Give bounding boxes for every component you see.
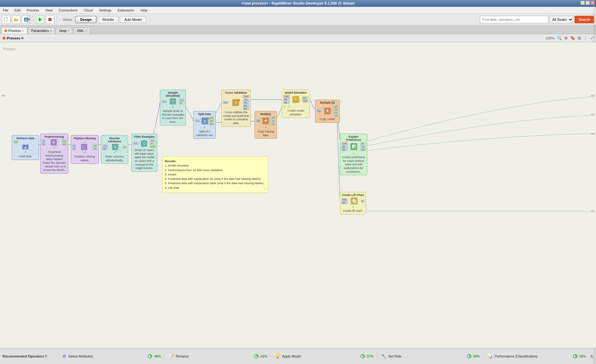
node-split-label: Split of a validation set.	[195, 130, 214, 137]
node-split-status: ✓	[195, 125, 214, 129]
rec-item-apply-model[interactable]: 💡 Apply Model 37%	[271, 353, 377, 360]
comment-text: Results: 1. Model simulator 2. Performan…	[165, 159, 265, 190]
node-reorder-status: ✓	[102, 150, 127, 154]
canvas-process-label: Process	[3, 47, 16, 51]
rec-performance-pct: 28%	[579, 354, 586, 358]
rec-rename-name: Rename	[176, 354, 252, 358]
node-retrieve-data-status: ✓	[13, 150, 38, 154]
node-cross-validation-label: Cross-validate the model and build final…	[223, 111, 249, 125]
bookmark-icon[interactable]: 🔖	[570, 36, 575, 40]
menu-view[interactable]: View	[43, 8, 54, 13]
new-button[interactable]	[2, 15, 11, 24]
node-create-lift-chart[interactable]: Create Lift Chart mod tes 📈 lif ✓ Create…	[340, 192, 366, 215]
node-reorder-attributes[interactable]: Reorder Attributes exa ref ⇅ ori ✓ Order…	[101, 135, 128, 164]
view-results[interactable]: Results	[98, 16, 119, 23]
rec-item-rename[interactable]: 📝 Rename 43%	[165, 353, 271, 360]
rec-set-role-pct-icon	[467, 354, 471, 358]
node-retrieve-data[interactable]: Retrieve Data out 💾 ✓ Load data.	[12, 135, 39, 160]
node-replace-missing[interactable]: Replace Missing ... in in ?→ out out ✓ R…	[71, 135, 99, 164]
svg-text:▽: ▽	[142, 141, 146, 146]
node-sample-title: Sample (Stratified)	[161, 91, 184, 97]
node-retrieve-data-label: Load data.	[13, 155, 38, 158]
menu-bar: File Edit Process View Connections Cloud…	[0, 7, 596, 14]
node-reorder-attributes-body: exa ref ⇅ ori	[102, 144, 127, 150]
node-preprocessing-label: All general preprocessing steps happen i…	[42, 150, 67, 172]
node-sample-stratified[interactable]: Sample (Stratified) exa ▽ exa ori ✓ Samp…	[160, 90, 186, 126]
view-design[interactable]: Design	[75, 16, 97, 23]
run-button[interactable]: ▼	[36, 15, 44, 24]
tabs-bar: Process × Parameters × Help × XML ×	[0, 25, 596, 34]
node-filter-examples[interactable]: Filter Examples exa ▽ exa ori unm Model …	[131, 134, 157, 172]
title-bar: <new process> - RapidMiner Studio Develo…	[0, 0, 596, 7]
zoom-fit-icon[interactable]: ⊕	[564, 36, 568, 40]
svg-text:?→: ?→	[82, 146, 86, 149]
zoom-in-icon[interactable]: 🔍	[557, 36, 562, 40]
minimize-btn[interactable]: −	[580, 1, 585, 5]
tab-xml-close[interactable]: ×	[85, 29, 87, 33]
menu-cloud[interactable]: Cloud	[82, 8, 94, 13]
menu-settings[interactable]: Settings	[97, 8, 113, 13]
breadcrumb: Process ▶	[2, 36, 24, 40]
search-input[interactable]	[480, 16, 548, 23]
rec-item-select-attributes[interactable]: ⚙ Select Attributes 46%	[58, 353, 165, 360]
node-explain-predictions-label: Create predictions for cases without val…	[341, 156, 366, 174]
recommended-expand-icon[interactable]: ∧	[590, 353, 594, 359]
node-model-simulator[interactable]: Model Simulator mod tra tes 💡 sim mod ✓ …	[282, 90, 310, 118]
node-multiply-2-body: inp ✦ out out out out	[317, 105, 338, 117]
rec-performance-name: Performance (Classification)	[495, 354, 571, 358]
rec-performance-pct-icon	[573, 354, 577, 358]
search-dropdown[interactable]: All Studio	[549, 16, 573, 23]
node-sample-body: exa ▽ exa ori	[161, 98, 184, 105]
tab-parameters[interactable]: Parameters ×	[28, 27, 56, 34]
node-model-simulator-title: Model Simulator	[283, 91, 308, 94]
node-filter-examples-label: Model on cases with label value, apply t…	[133, 149, 156, 170]
menu-edit[interactable]: Edit	[13, 8, 22, 13]
svg-text:⚙: ⚙	[52, 140, 55, 144]
node-multiply[interactable]: Multiply inp ✦ out out out ✓ Copy traini…	[255, 111, 277, 139]
search-button[interactable]: Search	[575, 16, 594, 23]
rec-rename-pct: 43%	[260, 354, 267, 358]
grid-icon[interactable]: ⋮	[584, 36, 588, 40]
stop-button[interactable]	[46, 15, 54, 24]
node-multiply-title: Multiply	[256, 113, 275, 116]
rec-select-attributes-pct-icon	[148, 354, 152, 358]
canvas-area[interactable]: Process inp res res res res	[0, 42, 596, 348]
view-automodel[interactable]: Auto Model	[120, 16, 147, 23]
zoom-label: 100%	[546, 36, 554, 40]
node-explain-predictions[interactable]: Explain Predictions mod tra tes 📊 vis ex…	[340, 134, 367, 175]
svg-rect-6	[48, 18, 52, 21]
save-button[interactable]: ▼	[22, 15, 30, 24]
comment-options-icon[interactable]: ···	[264, 187, 267, 191]
expand-icon[interactable]: ⤢	[590, 36, 594, 40]
tab-xml[interactable]: XML ×	[74, 27, 90, 34]
node-split-data[interactable]: Split Data exa ⧖ ⚠ par par par ✓ S	[193, 111, 216, 139]
node-cross-validation[interactable]: Cross Validation exa ✕ ⚠ mod exa tes per…	[221, 90, 251, 127]
node-multiply-label: Copy training data.	[256, 130, 275, 137]
node-preprocessing[interactable]: Preprocessing in in ⚙ out out ✓ All gene…	[40, 134, 68, 174]
node-preprocessing-status: ✓	[42, 146, 67, 150]
tab-help-close[interactable]: ×	[68, 29, 70, 33]
tab-process-close[interactable]: ×	[22, 29, 24, 33]
menu-file[interactable]: File	[1, 8, 10, 13]
svg-text:⧖: ⧖	[204, 119, 206, 123]
tab-help[interactable]: Help ×	[56, 27, 73, 34]
maximize-btn[interactable]: □	[585, 1, 590, 5]
snap-icon[interactable]: ⊞	[578, 36, 581, 40]
node-multiply-2-title: Multiply (2)	[317, 101, 338, 104]
breadcrumb-arrow: ▶	[21, 36, 24, 40]
inp-port-label: inp	[1, 94, 5, 97]
node-multiply-2[interactable]: Multiply (2) inp ✦ out out out out Copy …	[315, 100, 340, 123]
rec-item-set-role[interactable]: 🔧 Set Role 36%	[377, 353, 483, 360]
tab-help-label: Help	[59, 29, 66, 33]
tab-parameters-close[interactable]: ×	[50, 29, 52, 33]
rec-apply-model-pct-icon	[360, 354, 365, 358]
open-button[interactable]	[12, 15, 20, 24]
menu-connections[interactable]: Connections	[57, 8, 79, 13]
rec-item-performance[interactable]: 📊 Performance (Classification) 28%	[484, 353, 590, 360]
menu-help[interactable]: Help	[139, 8, 149, 13]
menu-extensions[interactable]: Extensions	[116, 8, 136, 13]
menu-process[interactable]: Process	[25, 8, 41, 13]
tab-process[interactable]: Process ×	[1, 27, 27, 34]
recommended-info-icon[interactable]: ℹ	[45, 354, 47, 358]
window-controls[interactable]: − □ ×	[580, 1, 595, 5]
